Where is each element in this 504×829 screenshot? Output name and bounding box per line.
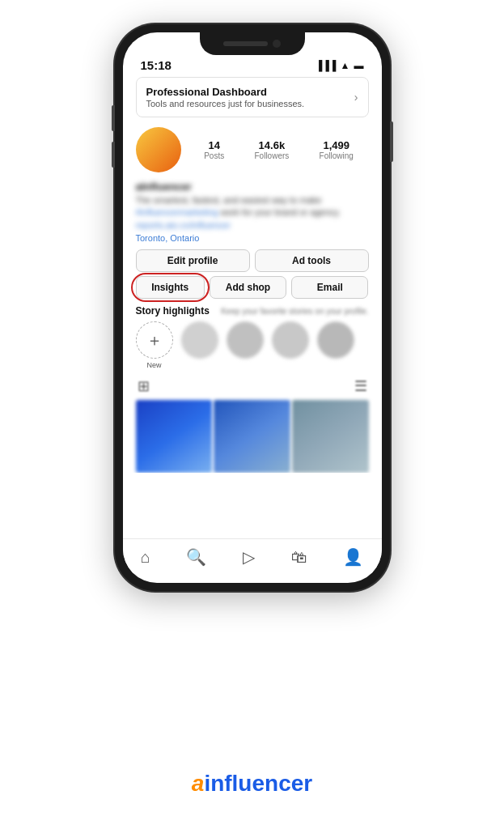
highlight-1-circle [181,321,218,359]
profile-info: aInfluencer The smartest, fastest, and e… [136,181,369,243]
avatar [136,127,181,172]
shop-nav-icon[interactable]: 🛍 [291,548,307,567]
pro-dashboard-subtitle: Tools and resources just for businesses. [146,99,305,108]
signal-icon: ▐▐▐ [316,60,337,71]
search-nav-icon[interactable]: 🔍 [186,547,206,567]
pro-dashboard-title: Professional Dashboard [146,86,305,98]
stat-posts: 14 Posts [204,139,224,160]
content-grid-header: ⊞ ☰ [136,377,369,395]
pro-dashboard-text: Professional Dashboard Tools and resourc… [146,86,305,108]
list-view-icon[interactable]: ☰ [354,377,367,395]
insights-button[interactable]: Insights [136,276,205,299]
highlight-3[interactable] [272,321,309,369]
action-row-2: Insights Add shop Email [136,276,369,299]
highlights-sub: Keep your favorite stories on your profi… [221,307,368,316]
profile-header: 14 Posts 14.6k Followers 1,499 Following [136,127,369,172]
highlight-new[interactable]: ＋ New [136,321,173,369]
page-wrapper: 15:18 ▐▐▐ ▲ ▬ Professional Dashboard Too… [0,0,504,829]
reels-nav-icon[interactable]: ▷ [243,547,255,567]
highlight-1[interactable] [181,321,218,369]
stat-followers: 14.6k Followers [254,139,289,160]
story-highlights: Story highlights Keep your favorite stor… [136,305,369,369]
screen-content: Professional Dashboard Tools and resourc… [123,77,382,473]
followers-label: Followers [254,151,289,160]
bio-link2[interactable]: reports.aio.co/influencer [136,220,231,230]
profile-nav-icon[interactable]: 👤 [343,547,363,567]
battery-icon: ▬ [354,60,364,71]
following-count: 1,499 [320,139,354,151]
brand-influencer: influencer [204,771,312,797]
bio-link[interactable]: #influencermarketing [136,207,218,217]
highlight-2-circle [227,321,264,359]
posts-count: 14 [204,139,224,151]
posts-label: Posts [204,151,224,160]
email-button[interactable]: Email [291,276,368,299]
volume-up-button [112,105,115,131]
post-tile-2[interactable] [214,400,290,473]
action-row-1: Edit profile Ad tools [136,249,369,272]
plus-icon: ＋ [146,329,163,351]
wifi-icon: ▲ [341,60,350,71]
status-time: 15:18 [141,58,172,72]
followers-count: 14.6k [254,139,289,151]
following-label: Following [320,151,354,160]
highlight-2[interactable] [227,321,264,369]
volume-down-button [112,142,115,168]
brand-a: a [192,771,205,797]
power-button [390,121,393,162]
phone-screen: 15:18 ▐▐▐ ▲ ▬ Professional Dashboard Too… [123,32,382,583]
front-camera [273,40,281,48]
insights-btn-wrapper[interactable]: Insights [136,276,205,299]
pro-dashboard-banner[interactable]: Professional Dashboard Tools and resourc… [136,77,369,117]
home-nav-icon[interactable]: ⌂ [141,548,150,567]
profile-location: Toronto, Ontario [136,233,369,243]
highlight-new-label: New [146,361,161,369]
phone-notch [200,32,305,55]
brand-footer: a influencer [192,771,312,797]
add-shop-button[interactable]: Add shop [210,276,286,299]
highlight-4[interactable] [317,321,354,369]
profile-bio: The smartest, fastest, and easiest way t… [136,194,369,232]
status-icons: ▐▐▐ ▲ ▬ [316,60,363,71]
profile-name: aInfluencer [136,181,369,193]
highlight-new-circle: ＋ [136,321,173,359]
highlight-3-circle [272,321,309,359]
nav-bar: ⌂ 🔍 ▷ 🛍 👤 [123,538,382,573]
ad-tools-button[interactable]: Ad tools [255,249,369,272]
stat-following: 1,499 Following [320,139,354,160]
edit-profile-button[interactable]: Edit profile [136,249,250,272]
post-tile-3[interactable] [292,400,369,473]
phone-frame: 15:18 ▐▐▐ ▲ ▬ Professional Dashboard Too… [115,24,390,591]
pro-dashboard-chevron: › [354,91,358,104]
highlight-4-circle [317,321,354,359]
highlights-title: Story highlights [136,305,210,317]
profile-stats: 14 Posts 14.6k Followers 1,499 Following [189,139,369,160]
post-tile-1[interactable] [136,400,213,473]
speaker [223,41,268,46]
grid-view-icon[interactable]: ⊞ [138,377,150,395]
highlights-header: Story highlights Keep your favorite stor… [136,305,369,317]
post-grid [136,400,369,473]
highlights-row: ＋ New [136,321,369,369]
